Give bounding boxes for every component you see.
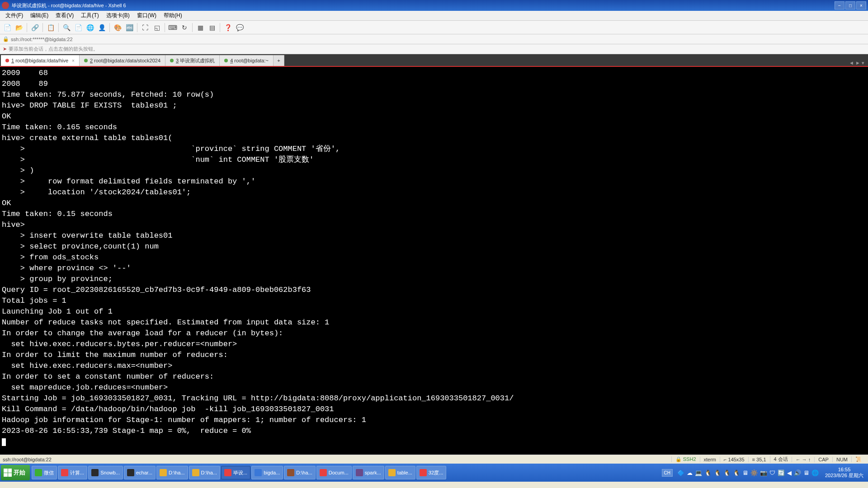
paste-button[interactable]: 📄 (73, 22, 84, 33)
taskbar-item[interactable]: echar... (124, 466, 156, 479)
color-button[interactable]: 🎨 (112, 22, 123, 33)
chat-button[interactable]: 💬 (234, 22, 245, 33)
tab-close-icon[interactable]: × (72, 58, 75, 63)
tray-icon[interactable]: 🔷 (677, 469, 684, 476)
tab-label: root@bigdata:~ (234, 58, 269, 63)
tray-icon[interactable]: 🐧 (714, 469, 721, 476)
status-dot-icon (5, 59, 9, 62)
profile-button[interactable]: 👤 (96, 22, 107, 33)
taskbar-item[interactable]: Docum... (316, 466, 352, 479)
tray-icon[interactable]: 🐧 (723, 469, 731, 476)
tray-icon[interactable]: 🌐 (811, 469, 819, 476)
taskbar-item-label: 计算... (70, 469, 84, 476)
separator (220, 23, 220, 32)
tab-label: 毕设测试虚拟机 (180, 57, 215, 64)
session-tab[interactable]: 2root@bigdata:/data/stock2024 (80, 55, 165, 66)
new-button[interactable]: 📄 (2, 22, 13, 33)
tray-icon[interactable]: 💻 (695, 469, 702, 476)
tray-icon[interactable]: 📷 (760, 469, 767, 476)
status-extra: ← → ↑ (792, 457, 815, 462)
taskbar-item-label: 微信 (44, 469, 54, 476)
taskbar-item[interactable]: 毕设... (221, 466, 250, 479)
window-title: 毕设测试虚拟机 - root@bigdata:/data/hive - Xshe… (12, 2, 835, 9)
system-tray[interactable]: 🔷 ☁ 💻 🐧 🐧 🐧 🐧 🖥 🔆 📷 🛡 🔄 ◀ 🔊 🖥 🌐 (675, 469, 821, 476)
tray-icon[interactable]: 🐧 (733, 469, 740, 476)
taskbar-item[interactable]: D:\ha... (189, 466, 220, 479)
refresh-button[interactable]: ↻ (179, 22, 190, 33)
tray-icon[interactable]: ☁ (687, 469, 693, 476)
taskbar-item-icon (255, 469, 262, 476)
taskbar-item-label: D:\ha... (201, 470, 217, 475)
add-tab-button[interactable]: + (274, 55, 284, 66)
tray-icon[interactable]: 🐧 (704, 469, 712, 476)
help-button[interactable]: ❓ (222, 22, 233, 33)
menu-item[interactable]: 选项卡(B) (103, 11, 133, 20)
taskbar-clock[interactable]: 16:55 2023/8/26 星期六 (821, 467, 867, 479)
close-button[interactable]: × (856, 1, 866, 9)
search-button[interactable]: 🔍 (61, 22, 72, 33)
menu-item[interactable]: 工具(T) (77, 11, 102, 20)
menu-item[interactable]: 窗口(W) (133, 11, 160, 20)
taskbar-item-icon (287, 469, 294, 476)
tray-icon[interactable]: 🔊 (794, 469, 801, 476)
menu-item[interactable]: 文件(F) (2, 11, 27, 20)
transparency-button[interactable]: ◱ (151, 22, 162, 33)
status-cap: CAP (814, 457, 832, 462)
address-text[interactable]: ssh://root:******@bigdata:22 (11, 37, 73, 42)
taskbar-item[interactable]: table... (385, 466, 415, 479)
menu-item[interactable]: 查看(V) (52, 11, 77, 20)
taskbar-item[interactable]: 微信 (32, 466, 57, 479)
keyboard-button[interactable]: ⌨ (167, 22, 178, 33)
taskbar-item[interactable]: 计算... (58, 466, 87, 479)
separator (42, 23, 43, 32)
status-position: ≡ 35,1 (748, 457, 770, 462)
menu-item[interactable]: 编辑(E) (27, 11, 52, 20)
session-tab[interactable]: 1root@bigdata:/data/hive× (1, 55, 80, 66)
status-scroll-icon: 📜 (851, 456, 865, 462)
layout-button[interactable]: ▦ (195, 22, 206, 33)
tile-button[interactable]: ▤ (207, 22, 217, 33)
tray-icon[interactable]: ◀ (787, 469, 792, 476)
taskbar-item-label: Snowb... (100, 470, 120, 475)
arrow-icon[interactable]: ➤ (3, 46, 7, 52)
tray-icon[interactable]: 🖥 (742, 469, 748, 476)
taskbar-item-icon (420, 469, 427, 476)
tab-label: root@bigdata:/data/hive (15, 58, 68, 63)
start-button[interactable]: 开始 (1, 465, 30, 480)
language-indicator[interactable]: CH (662, 469, 673, 477)
taskbar-item[interactable]: Snowb... (88, 466, 123, 479)
copy-button[interactable]: 📋 (45, 22, 56, 33)
tray-icon[interactable]: 🛡 (769, 469, 775, 476)
status-size: ⌐ 145x35 (720, 457, 748, 462)
status-sessions: 4 会话 (770, 456, 792, 463)
session-tab[interactable]: 3毕设测试虚拟机 (165, 55, 220, 66)
taskbar-item[interactable]: bigda... (251, 466, 283, 479)
start-label: 开始 (14, 469, 25, 477)
tab-number: 2 (90, 58, 93, 63)
tab-nav[interactable]: ◄ ► ▾ (846, 60, 867, 66)
fullscreen-button[interactable]: ⛶ (140, 22, 151, 33)
session-tab[interactable]: 4root@bigdata:~ (220, 55, 274, 66)
taskbar-item[interactable]: D:\ha... (156, 466, 188, 479)
tab-label: root@bigdata:/data/stock2024 (94, 58, 160, 63)
lock-icon: 🔒 (3, 36, 9, 42)
taskbar-item[interactable]: spark... (353, 466, 384, 479)
minimize-button[interactable]: − (835, 1, 844, 9)
open-button[interactable]: 📂 (14, 22, 24, 33)
taskbar-item-label: 32度... (429, 469, 443, 476)
globe-button[interactable]: 🌐 (85, 22, 95, 33)
separator (109, 23, 110, 32)
taskbar-item[interactable]: 32度... (416, 466, 446, 479)
taskbar-item-icon (320, 469, 327, 476)
font-button[interactable]: 🔤 (124, 22, 135, 33)
tray-icon[interactable]: 🔄 (778, 469, 785, 476)
taskbar-item[interactable]: D:\ha... (284, 466, 315, 479)
maximize-button[interactable]: □ (845, 1, 855, 9)
status-dot-icon (224, 59, 228, 62)
separator (192, 23, 193, 32)
terminal-output[interactable]: 2009 68 2008 89 Time taken: 75.877 secon… (0, 67, 868, 455)
tray-icon[interactable]: 🔆 (750, 469, 758, 476)
reconnect-button[interactable]: 🔗 (29, 22, 40, 33)
menu-item[interactable]: 帮助(H) (160, 11, 186, 20)
tray-icon[interactable]: 🖥 (803, 469, 809, 476)
